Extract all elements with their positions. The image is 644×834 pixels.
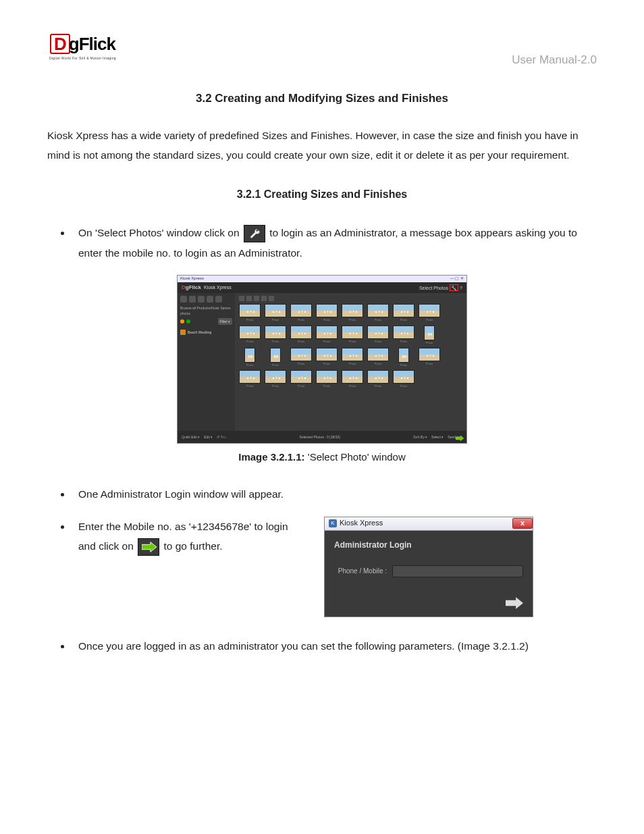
page-header: DgFlick Digital World For Still & Motion… [47,34,597,69]
photo-thumbnail[interactable]: Photo [316,348,338,367]
bullet-list: On 'Select Photos' window click on to lo… [47,223,597,263]
folder-item[interactable]: Beach Wedding [180,330,232,335]
subsection-heading: 3.2.1 Creating Sizes and Finishes [47,186,597,203]
sidebar-path-label: Browse all Products/Kiosk Xpress photos [180,305,232,316]
close-button[interactable]: x [512,518,533,529]
folder-label: Beach Wedding [188,330,211,335]
photo-thumbnail[interactable]: Photo [419,348,440,367]
bullet-item-2: One Administrator Login window will appe… [72,484,597,504]
photo-thumbnail[interactable]: Photo [265,370,286,388]
photo-thumbnail[interactable]: Photo [239,304,261,322]
photo-thumbnail[interactable]: Photo [239,348,261,367]
phone-field-row: Phone / Mobile : [334,565,523,577]
app-subproduct: Kiosk Xpress [204,284,232,291]
photo-thumbnail[interactable]: Photo [342,325,363,345]
sidebar: Browse all Products/Kiosk Xpress photos … [178,293,235,431]
go-button[interactable] [334,596,523,610]
grid-tool-icon[interactable] [254,296,259,301]
dialog-heading: Administrator Login [334,539,523,552]
bullet-1-pre: On 'Select Photos' window click on [78,227,242,238]
brandbar-right-tools: Select Photos 🔧 ? [419,284,462,292]
photo-thumbnail[interactable]: Photo [419,325,440,345]
photo-thumbnail[interactable]: Photo [367,348,389,367]
help-icon[interactable]: ? [460,284,462,292]
photo-thumbnail[interactable]: Photo [342,348,363,367]
forward-dot-icon[interactable] [186,319,190,323]
grid-toolbar [239,296,462,301]
photo-thumbnail[interactable]: Photo [393,348,414,367]
grid-tool-icon[interactable] [269,296,274,301]
photo-thumbnail[interactable]: Photo [393,304,414,322]
photo-thumbnail[interactable]: Photo [290,304,312,322]
photo-thumbnail[interactable]: Photo [342,304,363,322]
select-photo-window-screenshot: Kiosk Xpress — ▢ ✕ DgFlick Kiosk Xpress … [177,275,467,444]
thumbnails: PhotoPhotoPhotoPhotoPhotoPhotoPhotoPhoto… [239,304,462,389]
folder-icon [180,330,186,335]
figure-1-caption: Image 3.2.1.1: 'Select Photo' window [238,449,406,465]
nav-dots [180,319,190,323]
photo-thumbnail[interactable]: Photo [316,370,338,388]
two-column-row: Enter the Mobile no. as '+12345678e' to … [47,517,597,617]
bullet-list-2: One Administrator Login window will appe… [47,484,597,504]
photo-thumbnail[interactable]: Photo [367,370,389,388]
photo-thumbnail[interactable]: Photo [239,325,261,345]
admin-login-dialog-screenshot: K Kiosk Xpress x Administrator Login Pho… [324,517,533,617]
photo-thumbnail[interactable]: Photo [419,304,440,322]
source-icon[interactable] [215,296,222,303]
caption-text: 'Select Photo' window [305,451,406,463]
photo-thumbnail[interactable]: Photo [393,370,414,388]
back-dot-icon[interactable] [180,319,184,323]
phone-label: Phone / Mobile : [334,566,387,577]
photo-thumbnail[interactable]: Photo [239,370,261,388]
admin-wrench-highlight[interactable]: 🔧 [450,284,458,291]
source-icon[interactable] [198,296,205,303]
bullet-3-post: to go further. [163,540,222,552]
logo: DgFlick Digital World For Still & Motion… [47,34,118,68]
source-icon[interactable] [207,296,213,303]
grid-tool-icon[interactable] [261,296,267,301]
bullet-item-1: On 'Select Photos' window click on to lo… [72,223,597,263]
caption-label: Image 3.2.1.1: [238,451,304,463]
logo-text: gFlick [69,34,115,54]
edit-menu[interactable]: Edit ▾ [204,434,213,440]
quick-edit-menu[interactable]: Quick Edit ▾ [182,434,200,440]
bullet-item-3: Enter the Mobile no. as '+12345678e' to … [72,517,304,556]
photo-grid-area: PhotoPhotoPhotoPhotoPhotoPhotoPhotoPhoto… [235,293,466,431]
filter-button[interactable]: Filter ▾ [218,318,233,325]
grid-tool-icon[interactable] [239,296,244,301]
photo-thumbnail[interactable]: Photo [265,304,286,322]
rotate-tools-icon[interactable]: ↺ ↻ ⎌ [217,434,226,440]
bullet-list-3: Enter the Mobile no. as '+12345678e' to … [47,517,304,556]
select-photos-label: Select Photos [419,284,448,292]
photo-thumbnail[interactable]: Photo [290,370,312,388]
app-brandbar: DgFlick Kiosk Xpress Select Photos 🔧 ? [178,282,466,293]
phone-input[interactable] [392,565,523,577]
photo-thumbnail[interactable]: Photo [290,348,312,367]
app-logo-mini: DgFlick [182,284,201,292]
logo-d-icon: D [50,34,70,54]
photo-thumbnail[interactable]: Photo [290,325,312,345]
logo-tagline: Digital World For Still & Motion Imaging [49,55,116,61]
next-arrow-icon[interactable] [456,435,464,442]
photo-thumbnail[interactable]: Photo [265,348,286,367]
source-icon[interactable] [189,296,196,303]
photo-thumbnail[interactable]: Photo [367,304,389,322]
bullet-item-4: Once you are logged in as an administrat… [72,636,597,656]
window-title: Kiosk Xpress [180,276,204,282]
app-icon: K [329,519,337,527]
select-menu[interactable]: Select ▾ [431,434,444,440]
bottom-toolbar: Quick Edit ▾ Edit ▾ ↺ ↻ ⎌ Selected Photo… [178,431,466,443]
photo-thumbnail[interactable]: Photo [342,370,363,388]
photo-thumbnail[interactable]: Photo [316,325,338,345]
grid-tool-icon[interactable] [246,296,252,301]
photo-thumbnail[interactable]: Photo [265,325,286,345]
wrench-icon [244,225,265,242]
photo-thumbnail[interactable]: Photo [393,325,414,345]
photo-thumbnail[interactable]: Photo [367,325,389,345]
photo-thumbnail[interactable]: Photo [316,304,338,322]
sortby-menu[interactable]: Sort By ▾ [413,434,427,440]
section-heading: 3.2 Creating and Modifying Sizes and Fin… [47,89,597,107]
green-arrow-icon [138,538,159,556]
source-icon[interactable] [180,296,187,303]
intro-paragraph: Kiosk Xpress has a wide variety of prede… [47,126,597,165]
